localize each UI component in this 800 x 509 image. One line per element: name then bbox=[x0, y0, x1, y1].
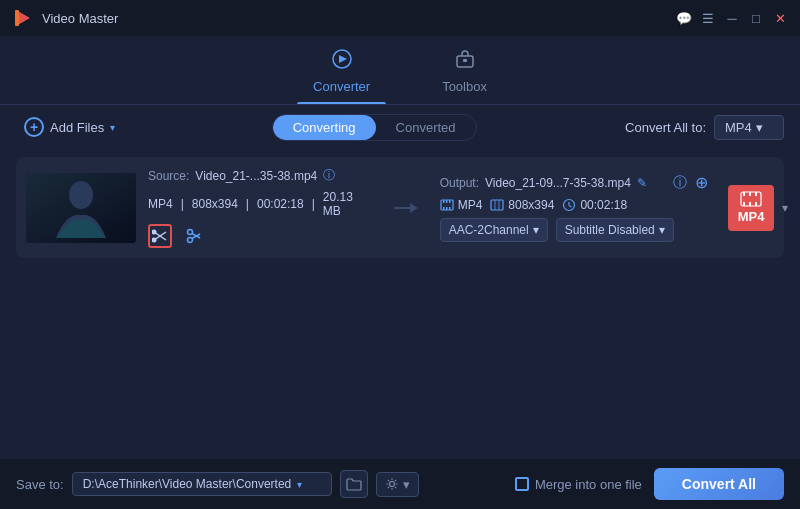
meta-size: 20.13 MB bbox=[323, 190, 372, 218]
scissors-icon[interactable] bbox=[182, 224, 206, 248]
save-to-label: Save to: bbox=[16, 477, 64, 492]
file-info-left: Source: Video_21-...35-38.mp4 ⓘ MP4 | 80… bbox=[148, 167, 372, 248]
source-line: Source: Video_21-...35-38.mp4 ⓘ bbox=[148, 167, 372, 184]
app-title: Video Master bbox=[42, 11, 118, 26]
add-files-button[interactable]: + Add Files ▾ bbox=[16, 113, 123, 141]
svg-rect-23 bbox=[443, 207, 445, 210]
meta-duration: 00:02:18 bbox=[257, 197, 304, 211]
tab-converted[interactable]: Converted bbox=[376, 115, 476, 140]
output-label: Output: bbox=[440, 176, 479, 190]
output-resolution-value: 808x394 bbox=[508, 198, 554, 212]
add-files-label: Add Files bbox=[50, 120, 104, 135]
file-thumbnail bbox=[26, 173, 136, 243]
add-files-caret-icon: ▾ bbox=[110, 122, 115, 133]
file-output-right: Output: Video_21-09...7-35-38.mp4 ✎ ⓘ ⊕ bbox=[440, 173, 708, 242]
add-output-icon[interactable]: ⊕ bbox=[695, 173, 708, 192]
subtitle-dropdown[interactable]: Subtitle Disabled ▾ bbox=[556, 218, 674, 242]
merge-checkbox-box[interactable] bbox=[515, 477, 529, 491]
svg-rect-36 bbox=[743, 202, 745, 206]
output-resolution-chip: 808x394 bbox=[490, 198, 554, 212]
thumbnail-svg bbox=[26, 173, 136, 243]
subtitle-value: Subtitle Disabled bbox=[565, 223, 655, 237]
svg-rect-1 bbox=[15, 10, 19, 26]
svg-rect-34 bbox=[749, 192, 751, 196]
save-path-value: D:\AceThinker\Video Master\Converted bbox=[83, 477, 292, 491]
meta-format: MP4 bbox=[148, 197, 173, 211]
output-format-chip: MP4 bbox=[440, 198, 483, 212]
output-duration-chip: 00:02:18 bbox=[562, 198, 627, 212]
convert-all-to-label: Convert All to: bbox=[625, 120, 706, 135]
menu-button[interactable]: ☰ bbox=[700, 10, 716, 26]
meta-resolution: 808x394 bbox=[192, 197, 238, 211]
edit-filename-icon[interactable]: ✎ bbox=[637, 176, 647, 190]
top-nav: Converter Toolbox bbox=[0, 36, 800, 105]
svg-point-13 bbox=[188, 230, 193, 235]
close-button[interactable]: ✕ bbox=[772, 10, 788, 26]
svg-marker-18 bbox=[410, 203, 418, 213]
format-select-dropdown[interactable]: MP4 ▾ bbox=[714, 115, 784, 140]
output-meta-row: MP4 808x394 00:02:18 bbox=[440, 198, 708, 212]
source-filename: Video_21-...35-38.mp4 bbox=[195, 169, 317, 183]
resolution-icon bbox=[490, 198, 504, 212]
format-select-caret-icon: ▾ bbox=[756, 120, 763, 135]
svg-rect-33 bbox=[743, 192, 745, 196]
source-label: Source: bbox=[148, 169, 189, 183]
convert-arrow-icon bbox=[384, 198, 428, 218]
svg-rect-5 bbox=[463, 59, 467, 62]
nav-converter[interactable]: Converter bbox=[297, 44, 386, 104]
file-meta: MP4 | 808x394 | 00:02:18 | 20.13 MB bbox=[148, 190, 372, 218]
merge-label-text: Merge into one file bbox=[535, 477, 642, 492]
format-badge-caret-icon[interactable]: ▾ bbox=[782, 201, 788, 215]
maximize-button[interactable]: □ bbox=[748, 10, 764, 26]
nav-toolbox[interactable]: Toolbox bbox=[426, 44, 503, 104]
settings-button[interactable]: ▾ bbox=[376, 472, 419, 497]
settings-caret-icon: ▾ bbox=[403, 477, 410, 492]
output-action-icons: ⓘ ⊕ bbox=[673, 173, 708, 192]
svg-rect-35 bbox=[755, 192, 757, 196]
source-info-icon[interactable]: ⓘ bbox=[323, 167, 335, 184]
svg-rect-21 bbox=[446, 200, 448, 203]
subtitle-dropdown-caret-icon: ▾ bbox=[659, 223, 665, 237]
file-actions bbox=[148, 224, 372, 248]
output-info-icon[interactable]: ⓘ bbox=[673, 174, 687, 192]
title-bar-left: Video Master bbox=[12, 7, 118, 29]
output-format-value: MP4 bbox=[458, 198, 483, 212]
merge-checkbox-label[interactable]: Merge into one file bbox=[515, 477, 642, 492]
svg-rect-20 bbox=[443, 200, 445, 203]
bottom-bar: Save to: D:\AceThinker\Video Master\Conv… bbox=[0, 459, 800, 509]
title-bar-controls: 💬 ☰ ─ □ ✕ bbox=[676, 10, 788, 26]
format-badge-text: MP4 bbox=[738, 209, 765, 224]
audio-channel-dropdown[interactable]: AAC-2Channel ▾ bbox=[440, 218, 548, 242]
minimize-button[interactable]: ─ bbox=[724, 10, 740, 26]
nav-toolbox-label: Toolbox bbox=[442, 79, 487, 94]
format-badge: MP4 bbox=[728, 185, 774, 231]
output-filename: Video_21-09...7-35-38.mp4 bbox=[485, 176, 631, 190]
chat-button[interactable]: 💬 bbox=[676, 10, 692, 26]
save-to-section: Save to: D:\AceThinker\Video Master\Conv… bbox=[16, 470, 419, 498]
svg-point-8 bbox=[69, 181, 93, 209]
svg-rect-24 bbox=[446, 207, 448, 210]
clock-icon bbox=[562, 198, 576, 212]
folder-browse-button[interactable] bbox=[340, 470, 368, 498]
plus-icon: + bbox=[24, 117, 44, 137]
app-logo-icon bbox=[12, 7, 34, 29]
thumbnail-image bbox=[26, 173, 136, 243]
svg-marker-3 bbox=[339, 55, 347, 63]
svg-rect-25 bbox=[449, 207, 451, 210]
file-list-area: Source: Video_21-...35-38.mp4 ⓘ MP4 | 80… bbox=[0, 149, 800, 266]
svg-line-31 bbox=[569, 206, 572, 208]
output-duration-value: 00:02:18 bbox=[580, 198, 627, 212]
nav-converter-label: Converter bbox=[313, 79, 370, 94]
toolbar-row: + Add Files ▾ Converting Converted Conve… bbox=[0, 105, 800, 149]
format-badge-container: MP4 ▾ bbox=[728, 185, 774, 231]
path-caret-icon: ▾ bbox=[297, 479, 302, 490]
audio-dropdown-caret-icon: ▾ bbox=[533, 223, 539, 237]
badge-film-icon bbox=[740, 191, 762, 207]
tab-converting[interactable]: Converting bbox=[273, 115, 376, 140]
convert-all-button[interactable]: Convert All bbox=[654, 468, 784, 500]
tab-group: Converting Converted bbox=[272, 114, 477, 141]
trim-icon[interactable] bbox=[148, 224, 172, 248]
folder-icon bbox=[346, 477, 362, 491]
save-path-input[interactable]: D:\AceThinker\Video Master\Converted ▾ bbox=[72, 472, 332, 496]
gear-icon bbox=[385, 477, 399, 491]
